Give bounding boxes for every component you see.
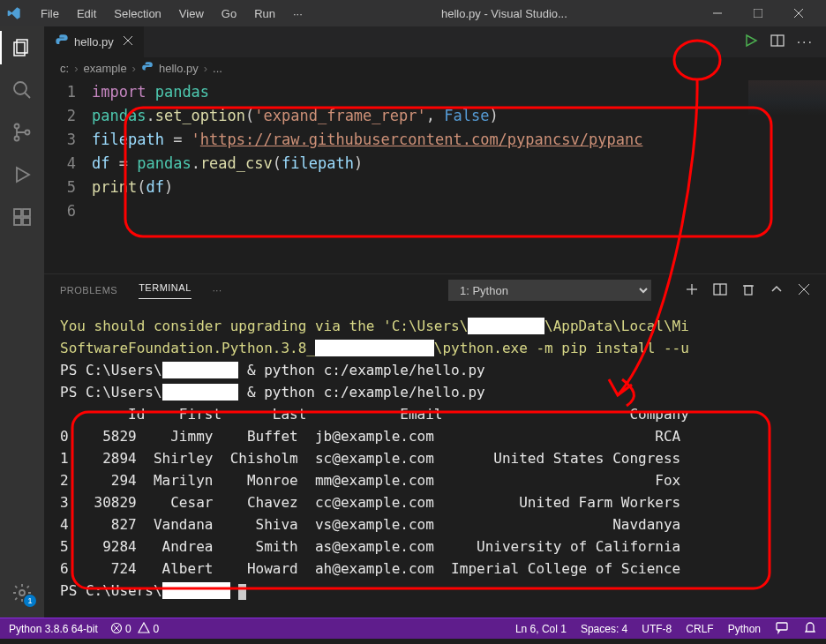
svg-marker-19: [747, 35, 756, 46]
close-button[interactable]: [778, 0, 819, 26]
python-file-icon: [141, 61, 154, 76]
svg-rect-13: [23, 209, 30, 216]
window-title: hello.py - Visual Studio...: [312, 7, 697, 20]
minimize-button[interactable]: [697, 0, 738, 26]
chevron-right-icon: ›: [132, 62, 136, 75]
svg-rect-15: [23, 218, 30, 225]
source-control-icon[interactable]: [10, 120, 34, 145]
menu-edit[interactable]: Edit: [68, 7, 105, 20]
panel-tab-terminal[interactable]: TERMINAL: [139, 282, 191, 299]
tab-label: hello.py: [74, 35, 114, 49]
menu-file[interactable]: File: [32, 7, 68, 20]
extensions-icon[interactable]: [10, 205, 34, 229]
run-debug-icon[interactable]: [10, 162, 34, 187]
menu-more[interactable]: ···: [284, 7, 312, 20]
svg-marker-33: [139, 623, 149, 633]
explorer-icon[interactable]: [10, 35, 34, 60]
search-icon[interactable]: [10, 78, 34, 102]
more-actions-icon[interactable]: ···: [797, 34, 814, 50]
svg-point-6: [14, 82, 26, 94]
code-editor[interactable]: 123456 import pandaspandas.set_option('e…: [44, 79, 826, 273]
svg-point-9: [15, 137, 19, 141]
breadcrumb-part[interactable]: c:: [60, 62, 69, 75]
status-python-version[interactable]: Python 3.8.6 64-bit: [9, 623, 98, 635]
close-panel-icon[interactable]: [798, 283, 810, 297]
chevron-right-icon: ›: [74, 62, 78, 75]
chevron-right-icon: ›: [204, 62, 207, 75]
terminal-output[interactable]: You should consider upgrading via the 'C…: [44, 306, 826, 618]
svg-marker-11: [17, 168, 29, 182]
status-bar: Python 3.8.6 64-bit 0 0 Ln 6, Col 1 Spac…: [0, 618, 826, 639]
status-lang[interactable]: Python: [728, 623, 761, 635]
svg-line-7: [25, 93, 30, 98]
status-eol[interactable]: CRLF: [686, 623, 713, 635]
breadcrumb[interactable]: c: › example › hello.py › ...: [44, 57, 826, 79]
feedback-icon[interactable]: [775, 620, 789, 637]
menu-go[interactable]: Go: [213, 7, 245, 20]
status-encoding[interactable]: UTF-8: [642, 623, 672, 635]
breadcrumb-part[interactable]: ...: [213, 62, 222, 75]
panel-tab-more[interactable]: ···: [213, 285, 222, 296]
minimap[interactable]: [748, 80, 826, 116]
new-terminal-icon[interactable]: [685, 282, 699, 298]
maximize-button[interactable]: [738, 0, 778, 26]
line-number-gutter: 123456: [44, 80, 92, 273]
menu-run[interactable]: Run: [245, 7, 284, 20]
notifications-icon[interactable]: [803, 620, 817, 637]
kill-terminal-icon[interactable]: [741, 282, 755, 298]
menu-view[interactable]: View: [170, 7, 213, 20]
split-editor-icon[interactable]: [770, 34, 785, 51]
maximize-panel-icon[interactable]: [770, 282, 784, 298]
svg-rect-26: [745, 286, 752, 295]
status-spaces[interactable]: Spaces: 4: [581, 623, 627, 635]
split-terminal-icon[interactable]: [713, 282, 727, 298]
titlebar: File Edit Selection View Go Run ··· hell…: [0, 0, 826, 26]
terminal-selector[interactable]: 1: Python: [448, 280, 651, 301]
breadcrumb-part[interactable]: example: [83, 62, 126, 75]
panel: PROBLEMS TERMINAL ··· 1: Python You shou…: [44, 273, 826, 618]
settings-badge: 1: [24, 595, 36, 607]
breadcrumb-part[interactable]: hello.py: [159, 62, 199, 75]
vscode-logo-icon: [7, 6, 21, 20]
panel-tab-problems[interactable]: PROBLEMS: [60, 285, 117, 296]
menu-selection[interactable]: Selection: [105, 7, 169, 20]
run-file-button[interactable]: [744, 34, 758, 51]
python-file-icon: [55, 34, 69, 50]
editor-tab-bar: hello.py ···: [44, 26, 826, 57]
svg-rect-34: [777, 623, 787, 630]
settings-gear-icon[interactable]: 1: [10, 580, 34, 605]
svg-point-10: [26, 131, 30, 135]
svg-rect-1: [754, 9, 762, 18]
svg-point-16: [19, 590, 25, 595]
svg-rect-14: [14, 218, 21, 225]
svg-rect-12: [14, 209, 21, 216]
svg-point-8: [15, 124, 19, 129]
tab-close-icon[interactable]: [123, 35, 133, 49]
status-problems[interactable]: 0 0: [110, 622, 159, 635]
activity-bar: 1: [0, 26, 44, 618]
status-lncol[interactable]: Ln 6, Col 1: [515, 623, 567, 635]
tab-hello-py[interactable]: hello.py: [44, 26, 145, 57]
